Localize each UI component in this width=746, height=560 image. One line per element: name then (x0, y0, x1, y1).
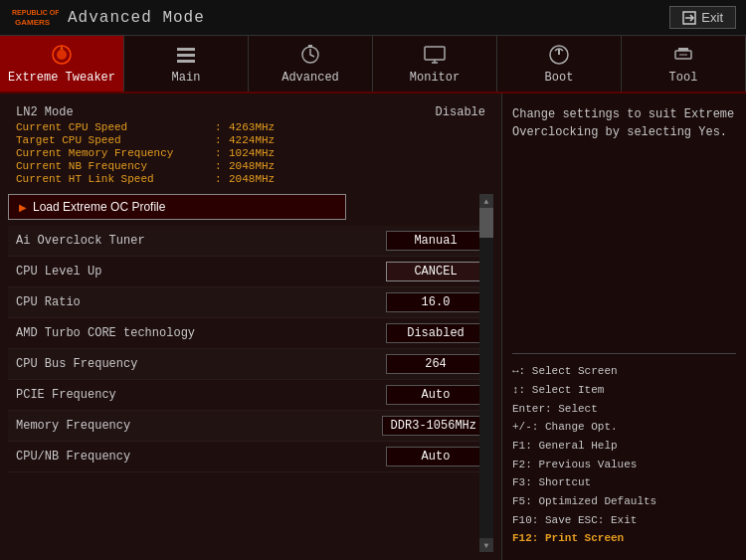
svg-point-5 (57, 50, 67, 60)
setting-row-amd-turbo: AMD Turbo CORE technology Disabled (8, 318, 493, 349)
cpu-level-up-value[interactable]: CANCEL (386, 262, 485, 281)
divider (512, 353, 736, 354)
shortcut-f1: F1: General Help (512, 437, 736, 456)
tab-advanced-label: Advanced (281, 71, 339, 85)
tab-extreme-tweaker-label: Extreme Tweaker (8, 71, 115, 85)
cpu-bus-freq-label: CPU Bus Frequency (16, 357, 137, 371)
scroll-down-arrow[interactable]: ▼ (479, 538, 493, 552)
cpu-ratio-value[interactable]: 16.0 (386, 292, 485, 312)
tab-boot-label: Boot (545, 71, 574, 85)
boot-icon (547, 43, 571, 67)
tab-tool-label: Tool (669, 71, 698, 85)
ht-speed-value: 2048MHz (229, 173, 275, 185)
ln2-value: Disable (436, 105, 485, 119)
rog-logo: REPUBLIC OF GAMERS (10, 4, 60, 32)
help-text: Change settings to suit Extreme Overcloc… (512, 105, 736, 141)
svg-text:REPUBLIC OF: REPUBLIC OF (12, 9, 59, 16)
tab-boot[interactable]: Boot (497, 36, 622, 92)
shortcut-change-opt: +/-: Change Opt. (512, 418, 736, 437)
extreme-tweaker-icon (50, 43, 74, 67)
tab-main[interactable]: Main (124, 36, 249, 92)
right-panel: Change settings to suit Extreme Overcloc… (502, 93, 746, 560)
cpu-bus-freq-value[interactable]: 264 (386, 354, 485, 374)
monitor-icon (423, 43, 447, 67)
ln2-label: LN2 Mode (16, 105, 74, 119)
shortcut-f12: F12: Print Screen (512, 529, 736, 548)
cpu-nb-freq-label: CPU/NB Frequency (16, 450, 130, 464)
setting-row-pcie-freq: PCIE Frequency Auto (8, 380, 493, 411)
nav-tabs: Extreme Tweaker Main Advanced Monitor (0, 36, 746, 93)
setting-row-memory-freq: Memory Frequency DDR3-1056MHz (8, 411, 493, 442)
svg-rect-7 (177, 54, 195, 57)
setting-row-cpu-nb-freq: CPU/NB Frequency Auto (8, 442, 493, 472)
main-content: LN2 Mode Disable Current CPU Speed : 426… (0, 93, 746, 560)
info-row-cpu-speed: Current CPU Speed : 4263MHz (16, 121, 485, 133)
setting-row-cpu-bus-freq: CPU Bus Frequency 264 (8, 349, 493, 380)
left-panel: LN2 Mode Disable Current CPU Speed : 426… (0, 93, 502, 560)
settings-panel: Load Extreme OC Profile Ai Overclock Tun… (8, 194, 493, 552)
scrollbar[interactable]: ▲ ▼ (479, 194, 493, 552)
memory-freq-label: Memory Frequency (16, 419, 130, 433)
page-title: Advanced Mode (68, 9, 205, 27)
pcie-freq-label: PCIE Frequency (16, 388, 116, 402)
target-cpu-label: Target CPU Speed (16, 134, 215, 146)
cpu-speed-label: Current CPU Speed (16, 121, 215, 133)
setting-row-cpu-ratio: CPU Ratio 16.0 (8, 287, 493, 318)
advanced-icon (298, 43, 322, 67)
shortcut-select-screen: ↔: Select Screen (512, 362, 736, 381)
shortcut-f3: F3: Shortcut (512, 473, 736, 492)
shortcuts: ↔: Select Screen ↕: Select Item Enter: S… (512, 362, 736, 548)
shortcut-select-item: ↕: Select Item (512, 381, 736, 400)
tab-main-label: Main (172, 71, 201, 85)
ai-overclock-label: Ai Overclock Tuner (16, 234, 145, 248)
svg-rect-11 (425, 47, 445, 60)
tab-extreme-tweaker[interactable]: Extreme Tweaker (0, 36, 124, 92)
info-row-nb-freq: Current NB Frequency : 2048MHz (16, 160, 485, 172)
svg-rect-6 (177, 48, 195, 51)
tab-monitor-label: Monitor (410, 71, 460, 85)
header-left: REPUBLIC OF GAMERS Advanced Mode (10, 4, 205, 32)
amd-turbo-value[interactable]: Disabled (386, 323, 485, 343)
nb-freq-label: Current NB Frequency (16, 160, 215, 172)
info-row-mem-freq: Current Memory Frequency : 1024MHz (16, 147, 485, 159)
pcie-freq-value[interactable]: Auto (386, 385, 485, 405)
shortcut-f10: F10: Save ESC: Exit (512, 511, 736, 530)
tab-advanced[interactable]: Advanced (249, 36, 373, 92)
svg-rect-10 (308, 45, 312, 48)
svg-text:GAMERS: GAMERS (15, 18, 51, 27)
mem-freq-label: Current Memory Frequency (16, 147, 215, 159)
amd-turbo-label: AMD Turbo CORE technology (16, 326, 195, 340)
cpu-speed-value: 4263MHz (229, 121, 275, 133)
ln2-mode-row: LN2 Mode Disable (16, 105, 485, 119)
shortcut-enter: Enter: Select (512, 400, 736, 419)
svg-rect-17 (678, 48, 688, 51)
ht-speed-label: Current HT Link Speed (16, 173, 215, 185)
setting-row-cpu-level-up: CPU Level Up CANCEL (8, 257, 493, 287)
mem-freq-value: 1024MHz (229, 147, 275, 159)
ai-overclock-value[interactable]: Manual (386, 231, 485, 251)
main-icon (174, 43, 198, 67)
shortcut-f5: F5: Optimized Defaults (512, 492, 736, 511)
settings-table: Ai Overclock Tuner Manual CPU Level Up C… (8, 226, 493, 472)
info-section: LN2 Mode Disable Current CPU Speed : 426… (8, 101, 493, 194)
tab-monitor[interactable]: Monitor (373, 36, 497, 92)
scroll-up-arrow[interactable]: ▲ (479, 194, 493, 208)
settings-scroll: Load Extreme OC Profile Ai Overclock Tun… (8, 194, 493, 552)
exit-icon (682, 11, 696, 25)
tab-tool[interactable]: Tool (622, 36, 746, 92)
cpu-ratio-label: CPU Ratio (16, 295, 81, 309)
info-row-ht-speed: Current HT Link Speed : 2048MHz (16, 173, 485, 185)
svg-rect-8 (177, 60, 195, 63)
cpu-nb-freq-value[interactable]: Auto (386, 447, 485, 467)
scroll-track (479, 208, 493, 538)
scroll-thumb[interactable] (479, 208, 493, 238)
header: REPUBLIC OF GAMERS Advanced Mode Exit (0, 0, 746, 36)
nb-freq-value: 2048MHz (229, 160, 275, 172)
exit-button[interactable]: Exit (669, 6, 736, 29)
exit-label: Exit (701, 10, 723, 25)
info-row-target-cpu: Target CPU Speed : 4224MHz (16, 134, 485, 146)
load-profile-button[interactable]: Load Extreme OC Profile (8, 194, 346, 220)
memory-freq-value[interactable]: DDR3-1056MHz (382, 416, 485, 436)
tool-icon (671, 43, 695, 67)
shortcut-f2: F2: Previous Values (512, 456, 736, 474)
